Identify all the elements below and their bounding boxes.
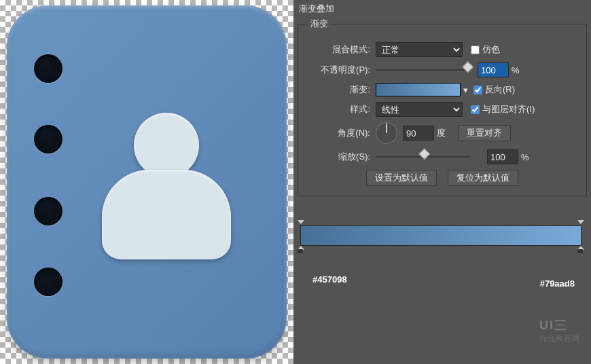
reverse-label: 反向(R) [485, 84, 515, 96]
section-title: 渐变叠加 [299, 3, 587, 15]
binder-hole [34, 54, 62, 83]
align-checkbox[interactable] [471, 105, 480, 114]
hex-left: #457098 [312, 274, 347, 285]
dither-label: 仿色 [482, 43, 500, 56]
opacity-stop-left[interactable] [298, 220, 304, 225]
blend-mode-select[interactable]: 正常 [376, 42, 463, 57]
chevron-down-icon[interactable]: ▾ [463, 85, 468, 95]
scale-label: 缩放(S): [308, 151, 370, 163]
gradient-editor[interactable]: #457098 #79aad8 [300, 225, 581, 246]
gradient-bar[interactable] [300, 225, 581, 246]
set-default-button[interactable]: 设置为默认值 [366, 170, 437, 186]
style-select[interactable]: 线性 [376, 102, 463, 117]
opacity-label: 不透明度(P): [308, 64, 370, 76]
opacity-pct: % [512, 65, 520, 75]
color-stop-left[interactable] [298, 246, 304, 253]
contacts-icon [7, 5, 287, 359]
angle-label: 角度(N): [308, 127, 370, 139]
reset-default-button[interactable]: 复位为默认值 [448, 170, 518, 186]
angle-unit: 度 [437, 127, 446, 139]
dither-checkbox[interactable] [471, 46, 480, 54]
color-stop-right[interactable] [577, 246, 584, 253]
reset-align-button[interactable]: 重置对齐 [458, 125, 511, 141]
canvas-preview [0, 0, 293, 364]
blend-mode-label: 混合模式: [308, 43, 370, 56]
watermark: UI三 优优教程网 [539, 317, 580, 344]
scale-pct: % [521, 152, 529, 162]
angle-field[interactable] [403, 126, 434, 141]
opacity-slider[interactable] [376, 65, 471, 75]
scale-slider[interactable] [376, 151, 471, 162]
binder-hole [34, 125, 62, 153]
opacity-field[interactable] [478, 62, 509, 77]
fieldset-legend: 渐变 [308, 18, 331, 30]
style-label: 样式: [308, 103, 370, 115]
opacity-stop-right[interactable] [577, 220, 584, 225]
gradient-fieldset: 渐变 混合模式: 正常 仿色 不透明度(P): % 渐变: ▾ 反向 [298, 18, 587, 196]
gradient-preview[interactable] [376, 83, 461, 96]
gradient-label: 渐变: [308, 84, 370, 96]
align-label: 与图层对齐(I) [482, 103, 535, 115]
gradient-overlay-panel: 渐变叠加 渐变 混合模式: 正常 仿色 不透明度(P): % 渐变: ▾ [293, 0, 591, 364]
scale-field[interactable] [487, 149, 518, 164]
hex-right: #79aad8 [540, 278, 575, 289]
binder-hole [34, 197, 62, 225]
person-icon [102, 113, 231, 259]
angle-dial[interactable] [376, 122, 397, 144]
binder-hole [34, 268, 62, 296]
reverse-checkbox[interactable] [473, 86, 482, 94]
